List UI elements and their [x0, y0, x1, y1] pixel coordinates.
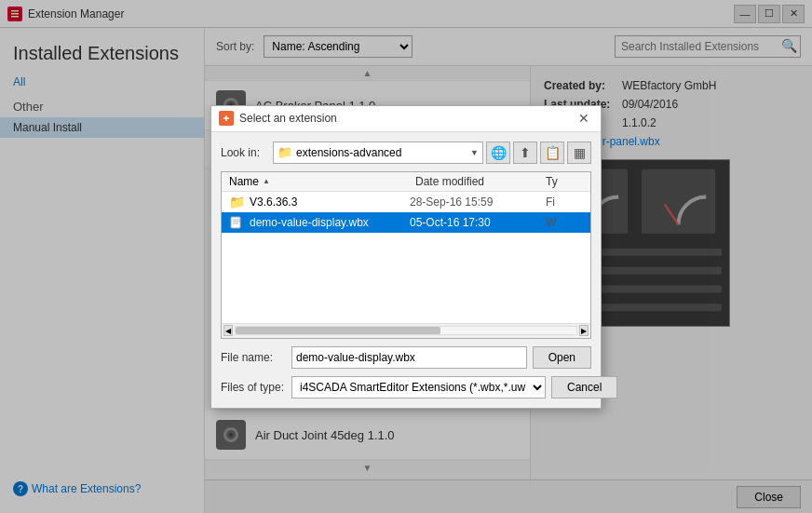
filetype-select[interactable]: i4SCADA SmartEditor Extensions (*.wbx,*.… [291, 376, 546, 398]
filename-input[interactable] [291, 346, 527, 369]
filetype-row: Files of type: i4SCADA SmartEditor Exten… [221, 376, 591, 398]
lookin-value: extensions-advanced [296, 146, 401, 159]
dropdown-arrow[interactable]: ▼ [470, 148, 479, 157]
file-row[interactable]: demo-value-display.wbx 05-Oct-16 17:30 W [222, 212, 590, 233]
sort-asc-icon: ▲ [263, 177, 270, 185]
dialog-overlay: Select an extension ✕ Look in: 📁 extensi… [0, 0, 812, 513]
lookin-up-button[interactable]: ⬆ [513, 142, 537, 164]
scroll-right-btn[interactable]: ▶ [579, 325, 589, 336]
lookin-label: Look in: [221, 146, 267, 159]
cancel-button[interactable]: Cancel [551, 376, 617, 398]
open-button[interactable]: Open [533, 346, 591, 369]
col-date-label: Date modified [415, 175, 546, 188]
dialog-icon [219, 111, 234, 126]
dialog-close-button[interactable]: ✕ [575, 109, 593, 128]
dialog-title-text: Select an extension [239, 112, 337, 125]
h-scroll-thumb [236, 327, 440, 334]
lookin-row: Look in: 📁 extensions-advanced ▼ 🌐 ⬆ 📋 ▦ [221, 142, 591, 164]
file-panel: Name ▲ Date modified Ty 📁 V3.6.36.3 28-S… [221, 171, 591, 339]
col-type-label: Ty [546, 175, 583, 188]
file-date-cell-selected: 05-Oct-16 17:30 [410, 216, 540, 229]
file-type-cell-selected: W [546, 216, 583, 229]
dialog-body: Look in: 📁 extensions-advanced ▼ 🌐 ⬆ 📋 ▦ [211, 132, 601, 408]
file-name-cell-selected: demo-value-display.wbx [250, 216, 404, 229]
file-date-cell: 28-Sep-16 15:59 [410, 196, 540, 209]
col-name-header: Name ▲ [229, 175, 415, 188]
filename-label: File name: [221, 351, 286, 364]
folder-icon-small: 📁 [277, 145, 292, 159]
lookin-input-row: 📁 extensions-advanced ▼ [273, 142, 483, 164]
svg-rect-32 [231, 217, 240, 228]
scroll-left-btn[interactable]: ◀ [223, 325, 233, 336]
file-type-cell: Fi [546, 196, 583, 209]
lookin-view-button[interactable]: ▦ [567, 142, 591, 164]
h-scroll-track [235, 326, 577, 335]
lookin-back-button[interactable]: 🌐 [486, 142, 510, 164]
col-name-label: Name [229, 175, 259, 188]
file-row[interactable]: 📁 V3.6.36.3 28-Sep-16 15:59 Fi [222, 192, 590, 212]
dialog-title-bar: Select an extension ✕ [211, 106, 601, 132]
file-icon [229, 215, 244, 230]
select-extension-dialog: Select an extension ✕ Look in: 📁 extensi… [210, 105, 602, 409]
h-scrollbar[interactable]: ◀ ▶ [222, 323, 590, 338]
filename-row: File name: Open [221, 346, 591, 369]
file-list-body: 📁 V3.6.36.3 28-Sep-16 15:59 Fi demo-valu… [222, 192, 590, 323]
lookin-new-folder-button[interactable]: 📋 [540, 142, 564, 164]
dialog-title-left: Select an extension [219, 111, 337, 126]
lookin-controls: 📁 extensions-advanced ▼ 🌐 ⬆ 📋 ▦ [273, 142, 591, 164]
folder-icon: 📁 [229, 195, 244, 209]
file-name-cell: V3.6.36.3 [250, 196, 404, 209]
filetype-label: Files of type: [221, 381, 286, 394]
file-list-header: Name ▲ Date modified Ty [222, 172, 590, 192]
